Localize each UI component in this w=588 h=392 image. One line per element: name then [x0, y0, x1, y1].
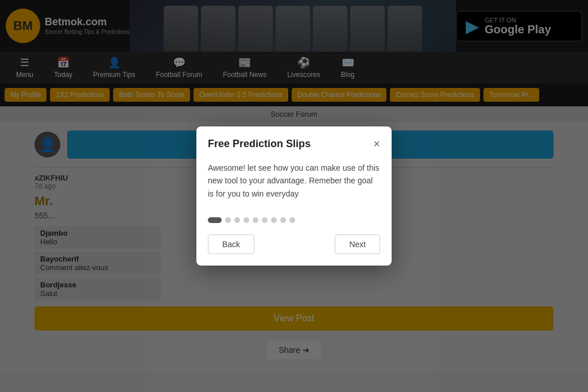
- dot-8: [289, 217, 295, 223]
- dot-2: [234, 217, 240, 223]
- modal-footer: Back Next: [196, 229, 392, 266]
- modal-back-button[interactable]: Back: [208, 235, 254, 254]
- dot-0: [208, 217, 222, 223]
- modal-next-button[interactable]: Next: [335, 235, 380, 254]
- dot-6: [271, 217, 277, 223]
- modal-dots: [196, 212, 392, 229]
- modal-header: Free Prediction Slips ×: [196, 126, 392, 156]
- modal-body: Awesome! let see how you can make use of…: [196, 156, 392, 212]
- modal-title: Free Prediction Slips: [208, 138, 311, 150]
- dot-7: [280, 217, 286, 223]
- modal-overlay: Free Prediction Slips × Awesome! let see…: [0, 0, 588, 392]
- dot-3: [243, 217, 249, 223]
- dot-5: [262, 217, 268, 223]
- dot-4: [253, 217, 258, 223]
- modal-close-button[interactable]: ×: [373, 138, 380, 149]
- modal: Free Prediction Slips × Awesome! let see…: [196, 126, 392, 266]
- dot-1: [225, 217, 231, 223]
